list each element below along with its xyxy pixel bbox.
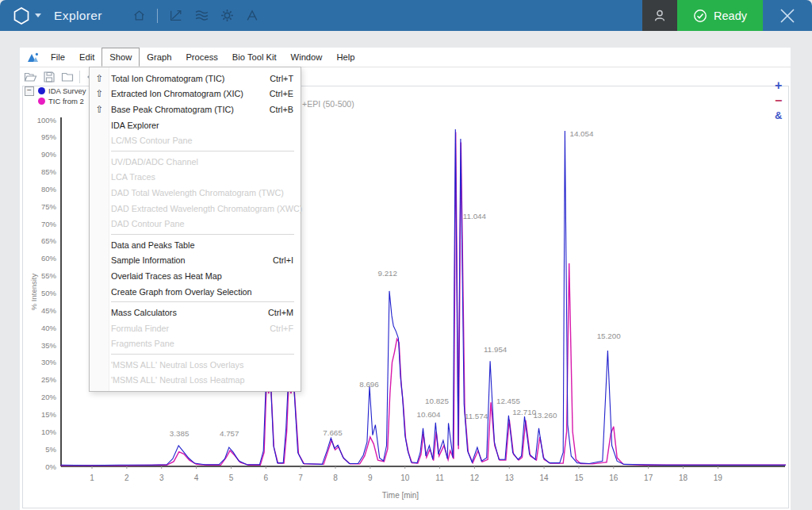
menubar-item-graph[interactable]: Graph <box>140 48 178 67</box>
menubar-item-window[interactable]: Window <box>284 48 330 67</box>
chromatogram-up-arrow-icon: ⇧ <box>93 88 106 99</box>
close-icon <box>778 6 797 25</box>
menu-item-label: LCA Traces <box>111 172 301 182</box>
legend-item-ida-survey[interactable]: −IDA Survey <box>25 86 88 96</box>
menu-item-label: Create Graph from Overlay Selection <box>111 287 301 297</box>
folder-icon[interactable] <box>61 71 74 83</box>
menu-item-mass-calculators[interactable]: Mass CalculatorsCtrl+M <box>90 305 301 320</box>
menubar-item-process[interactable]: Process <box>178 48 224 67</box>
menu-item-total-ion-chromatogram-tic[interactable]: ⇧Total Ion Chromatogram (TIC)Ctrl+T <box>90 71 301 86</box>
person-icon <box>653 9 667 23</box>
menu-item-label: DAD Contour Pane <box>111 219 301 228</box>
menu-item-msms-all-neutral-loss-overlays: 'MSMS ALL' Neutral Loss Overlays <box>90 357 301 373</box>
app-title: Explorer <box>54 9 102 23</box>
menu-item-overlaid-traces-as-heat-map[interactable]: Overlaid Traces as Heat Map <box>90 268 301 284</box>
menu-item-label: Fragments Pane <box>111 339 301 348</box>
menu-item-fragments-pane: Fragments Pane <box>90 336 301 352</box>
menu-item-label: IDA Explorer <box>111 121 301 130</box>
graph-overlay-controls: + − & <box>775 78 782 123</box>
menu-item-msms-all-neutral-loss-heatmap: 'MSMS ALL' Neutral Loss Heatmap <box>90 373 301 389</box>
toolbar-separator <box>79 71 80 83</box>
menu-item-dad-total-wavelength-chromatogram-twc: DAD Total Wavelength Chromatogram (TWC) <box>90 185 301 201</box>
menu-item-dad-extracted-wavelength-chromatogram-xwc: DAD Extracted Wavelength Chromatogram (X… <box>90 201 301 217</box>
app-window: Explorer <box>0 0 812 510</box>
layers-icon[interactable] <box>194 9 209 22</box>
menu-item-shortcut: Ctrl+F <box>270 324 301 333</box>
menu-item-shortcut: Ctrl+I <box>273 255 301 265</box>
menu-item-label: DAD Total Wavelength Chromatogram (TWC) <box>111 188 301 197</box>
menu-separator <box>111 301 294 302</box>
app-logo-menu[interactable] <box>13 6 41 25</box>
chromatogram-up-arrow-icon: ⇧ <box>93 73 106 84</box>
menu-item-shortcut: Ctrl+M <box>268 308 301 317</box>
chromatogram-up-arrow-icon: ⇧ <box>93 104 106 115</box>
menu-separator <box>111 151 294 151</box>
menu-separator <box>111 234 294 235</box>
zoom-out-button[interactable]: − <box>775 93 782 108</box>
legend-color-dot <box>38 98 45 105</box>
legend-label: IDA Survey <box>48 86 86 95</box>
analytics-a-icon[interactable] <box>245 9 259 22</box>
menubar-logo-icon <box>27 48 39 67</box>
chart-legend: −IDA SurveyTIC from 2 <box>25 86 88 106</box>
titlebar: Explorer <box>0 0 812 31</box>
legend-collapse-button[interactable]: − <box>25 86 34 96</box>
menu-item-label: Extracted Ion Chromatogram (XIC) <box>111 89 270 98</box>
close-button[interactable] <box>763 0 812 31</box>
save-icon[interactable] <box>43 71 56 83</box>
check-circle-icon <box>693 9 707 23</box>
menu-item-label: UV/DAD/ADC Channel <box>111 157 301 167</box>
menu-item-base-peak-chromatogram-tic[interactable]: ⇧Base Peak Chromatogram (TIC)Ctrl+B <box>90 102 301 117</box>
menubar-items: FileEditShowGraphProcessBio Tool KitWind… <box>44 48 362 67</box>
menu-item-shortcut: Ctrl+T <box>270 74 301 83</box>
menu-item-label: Overlaid Traces as Heat Map <box>111 271 301 281</box>
menu-item-label: LC/MS Contour Pane <box>111 136 301 145</box>
legend-item-tic-from-2[interactable]: TIC from 2 <box>25 96 88 106</box>
menu-item-label: Base Peak Chromatogram (TIC) <box>111 105 270 114</box>
menubar-item-file[interactable]: File <box>44 48 72 67</box>
menubar: FileEditShowGraphProcessBio Tool KitWind… <box>20 48 791 67</box>
legend-color-dot <box>38 87 45 94</box>
menu-item-label: Data and Peaks Table <box>111 240 301 250</box>
toolbar-divider <box>157 9 158 23</box>
menu-item-label: Total Ion Chromatogram (TIC) <box>111 74 270 83</box>
ready-status-button[interactable]: Ready <box>677 0 763 31</box>
legend-label: TIC from 2 <box>48 97 84 105</box>
menubar-item-edit[interactable]: Edit <box>72 48 102 67</box>
menu-item-label: Mass Calculators <box>111 308 268 317</box>
menu-item-ida-explorer[interactable]: IDA Explorer <box>90 117 301 133</box>
menu-item-shortcut: Ctrl+E <box>270 89 301 98</box>
home-icon[interactable] <box>132 9 146 22</box>
menu-item-data-and-peaks-table[interactable]: Data and Peaks Table <box>90 237 301 253</box>
gear-icon[interactable] <box>220 9 234 22</box>
user-button[interactable] <box>642 0 677 31</box>
ready-label: Ready <box>714 10 747 22</box>
menu-item-lc-ms-contour-pane: LC/MS Contour Pane <box>90 132 301 148</box>
menu-item-label: Sample Information <box>111 255 273 265</box>
menu-item-label: 'MSMS ALL' Neutral Loss Heatmap <box>111 375 301 385</box>
menu-item-sample-information[interactable]: Sample InformationCtrl+I <box>90 253 301 269</box>
graph-tool-icon[interactable] <box>169 9 183 22</box>
menu-item-create-graph-from-overlay-selection[interactable]: Create Graph from Overlay Selection <box>90 284 301 300</box>
menu-item-formula-finder: Formula FinderCtrl+F <box>90 320 301 336</box>
menu-separator <box>111 354 294 355</box>
hexagon-logo-icon <box>13 6 30 25</box>
menu-item-label: Formula Finder <box>111 324 270 333</box>
menubar-item-show[interactable]: Show <box>102 48 140 67</box>
menu-item-label: 'MSMS ALL' Neutral Loss Overlays <box>111 360 301 370</box>
menubar-item-bio-tool-kit[interactable]: Bio Tool Kit <box>225 48 284 67</box>
zoom-in-button[interactable]: + <box>775 78 782 93</box>
menu-item-dad-contour-pane: DAD Contour Pane <box>90 216 301 232</box>
menubar-item-help[interactable]: Help <box>329 48 362 67</box>
overlay-link-button[interactable]: & <box>775 108 782 123</box>
open-file-icon[interactable] <box>24 71 37 83</box>
chevron-down-icon <box>35 13 41 17</box>
menu-item-extracted-ion-chromatogram-xic[interactable]: ⇧Extracted Ion Chromatogram (XIC)Ctrl+E <box>90 86 301 102</box>
menu-item-lca-traces: LCA Traces <box>90 170 301 186</box>
menu-item-shortcut: Ctrl+B <box>270 105 301 114</box>
show-menu: ⇧Total Ion Chromatogram (TIC)Ctrl+T⇧Extr… <box>89 67 301 392</box>
menu-item-label: DAD Extracted Wavelength Chromatogram (X… <box>111 204 302 213</box>
menu-item-uv-dad-adc-channel: UV/DAD/ADC Channel <box>90 154 301 170</box>
